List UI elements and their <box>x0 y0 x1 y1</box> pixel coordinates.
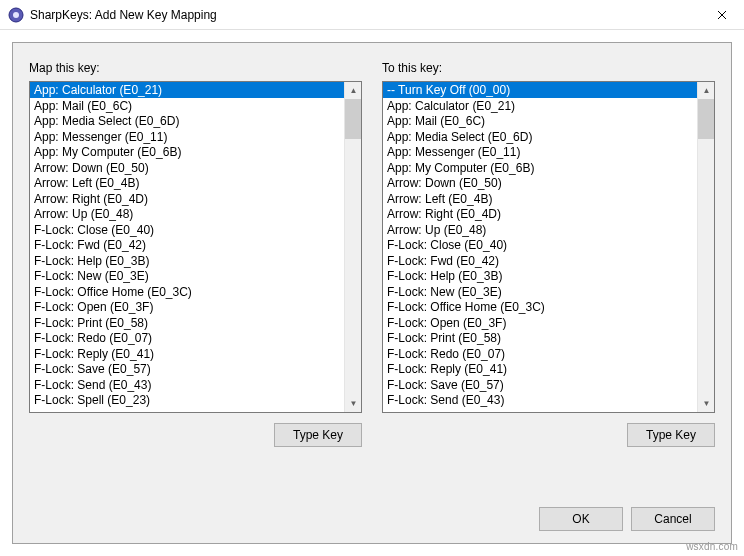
svg-point-1 <box>13 12 19 18</box>
list-item[interactable]: F-Lock: Open (E0_3F) <box>30 299 344 315</box>
list-item[interactable]: F-Lock: New (E0_3E) <box>383 284 697 300</box>
list-item[interactable]: F-Lock: Close (E0_40) <box>30 222 344 238</box>
list-item[interactable]: F-Lock: Print (E0_58) <box>383 330 697 346</box>
list-item[interactable]: F-Lock: Fwd (E0_42) <box>383 253 697 269</box>
list-item[interactable]: F-Lock: Close (E0_40) <box>383 237 697 253</box>
list-item[interactable]: App: Mail (E0_6C) <box>30 98 344 114</box>
list-item[interactable]: F-Lock: Reply (E0_41) <box>383 361 697 377</box>
list-item[interactable]: App: Messenger (E0_11) <box>30 129 344 145</box>
scroll-down-icon[interactable]: ▼ <box>698 395 715 412</box>
map-this-key-listbox[interactable]: App: Calculator (E0_21)App: Mail (E0_6C)… <box>29 81 362 413</box>
list-item[interactable]: F-Lock: Office Home (E0_3C) <box>30 284 344 300</box>
list-item[interactable]: App: My Computer (E0_6B) <box>383 160 697 176</box>
scrollbar[interactable]: ▲ ▼ <box>697 82 714 412</box>
list-item[interactable]: F-Lock: Save (E0_57) <box>30 361 344 377</box>
cancel-button[interactable]: Cancel <box>631 507 715 531</box>
list-item[interactable]: F-Lock: Fwd (E0_42) <box>30 237 344 253</box>
list-item[interactable]: F-Lock: Reply (E0_41) <box>30 346 344 362</box>
close-button[interactable] <box>699 0 744 30</box>
list-item[interactable]: F-Lock: Open (E0_3F) <box>383 315 697 331</box>
window-title: SharpKeys: Add New Key Mapping <box>30 8 217 22</box>
scroll-up-icon[interactable]: ▲ <box>345 82 362 99</box>
dialog-footer: OK Cancel <box>539 507 715 531</box>
list-item[interactable]: App: Media Select (E0_6D) <box>30 113 344 129</box>
app-icon <box>8 7 24 23</box>
list-item[interactable]: F-Lock: Save (E0_57) <box>383 377 697 393</box>
list-item[interactable]: App: My Computer (E0_6B) <box>30 144 344 160</box>
to-this-key-listbox[interactable]: -- Turn Key Off (00_00)App: Calculator (… <box>382 81 715 413</box>
dialog-body: Map this key: App: Calculator (E0_21)App… <box>0 30 744 556</box>
list-item[interactable]: Arrow: Down (E0_50) <box>383 175 697 191</box>
scroll-down-icon[interactable]: ▼ <box>345 395 362 412</box>
map-this-key-column: Map this key: App: Calculator (E0_21)App… <box>29 61 362 447</box>
list-item[interactable]: -- Turn Key Off (00_00) <box>383 82 697 98</box>
content-panel: Map this key: App: Calculator (E0_21)App… <box>12 42 732 544</box>
list-item[interactable]: App: Mail (E0_6C) <box>383 113 697 129</box>
titlebar: SharpKeys: Add New Key Mapping <box>0 0 744 30</box>
list-item[interactable]: App: Calculator (E0_21) <box>383 98 697 114</box>
list-item[interactable]: Arrow: Right (E0_4D) <box>30 191 344 207</box>
list-item[interactable]: App: Media Select (E0_6D) <box>383 129 697 145</box>
list-item[interactable]: Arrow: Left (E0_4B) <box>30 175 344 191</box>
list-item[interactable]: F-Lock: Redo (E0_07) <box>383 346 697 362</box>
list-item[interactable]: F-Lock: Help (E0_3B) <box>30 253 344 269</box>
list-item[interactable]: F-Lock: Redo (E0_07) <box>30 330 344 346</box>
to-this-key-column: To this key: -- Turn Key Off (00_00)App:… <box>382 61 715 447</box>
list-item[interactable]: F-Lock: Help (E0_3B) <box>383 268 697 284</box>
list-item[interactable]: F-Lock: Send (E0_43) <box>383 392 697 408</box>
list-item[interactable]: F-Lock: New (E0_3E) <box>30 268 344 284</box>
list-item[interactable]: F-Lock: Send (E0_43) <box>30 377 344 393</box>
watermark: wsxdn.com <box>686 541 738 552</box>
list-item[interactable]: Arrow: Right (E0_4D) <box>383 206 697 222</box>
scroll-up-icon[interactable]: ▲ <box>698 82 715 99</box>
scroll-thumb[interactable] <box>698 99 715 139</box>
map-this-key-label: Map this key: <box>29 61 362 75</box>
list-item[interactable]: F-Lock: Print (E0_58) <box>30 315 344 331</box>
type-key-button-left[interactable]: Type Key <box>274 423 362 447</box>
list-item[interactable]: Arrow: Up (E0_48) <box>30 206 344 222</box>
to-this-key-label: To this key: <box>382 61 715 75</box>
list-item[interactable]: F-Lock: Office Home (E0_3C) <box>383 299 697 315</box>
list-item[interactable]: F-Lock: Spell (E0_23) <box>30 392 344 408</box>
list-item[interactable]: Arrow: Up (E0_48) <box>383 222 697 238</box>
ok-button[interactable]: OK <box>539 507 623 531</box>
list-item[interactable]: App: Calculator (E0_21) <box>30 82 344 98</box>
list-item[interactable]: Arrow: Down (E0_50) <box>30 160 344 176</box>
scrollbar[interactable]: ▲ ▼ <box>344 82 361 412</box>
list-item[interactable]: Arrow: Left (E0_4B) <box>383 191 697 207</box>
type-key-button-right[interactable]: Type Key <box>627 423 715 447</box>
list-item[interactable]: App: Messenger (E0_11) <box>383 144 697 160</box>
scroll-thumb[interactable] <box>345 99 362 139</box>
